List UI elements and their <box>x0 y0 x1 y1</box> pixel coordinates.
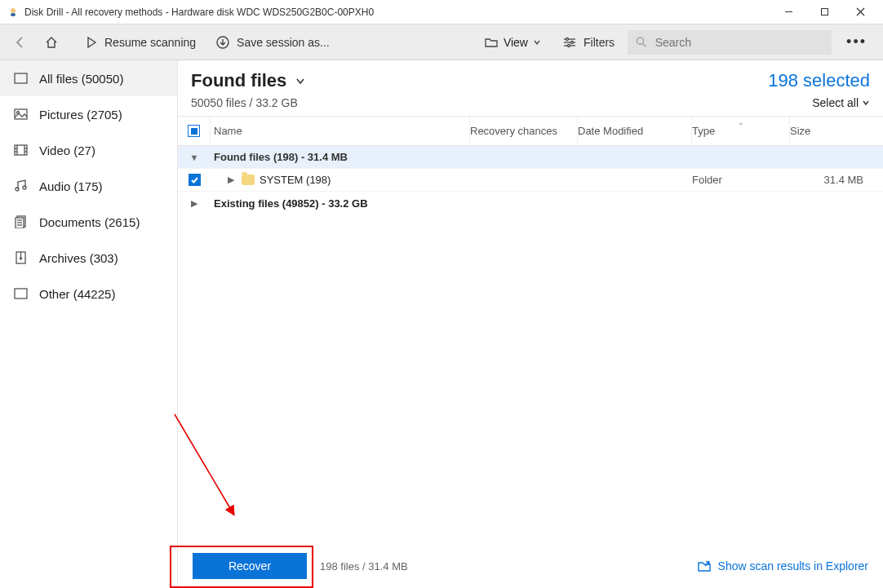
svg-point-11 <box>570 41 573 43</box>
search-box[interactable] <box>628 30 832 55</box>
show-in-explorer-link[interactable]: Show scan results in Explorer <box>697 559 868 573</box>
sidebar-item-documents[interactable]: Documents (2615) <box>0 204 177 240</box>
svg-point-12 <box>567 44 570 46</box>
annotation-arrow <box>173 413 246 527</box>
sidebar-item-label: Archives (303) <box>39 251 118 265</box>
sidebar-item-label: Video (27) <box>39 144 95 157</box>
app-icon <box>7 6 20 19</box>
search-icon <box>636 36 647 48</box>
svg-rect-1 <box>11 13 16 16</box>
open-external-icon <box>697 559 712 573</box>
folder-icon <box>484 36 499 49</box>
sidebar-item-other[interactable]: Other (44225) <box>0 276 177 312</box>
resume-scanning-button[interactable]: Resume scanning <box>77 31 204 54</box>
row-size: 31.4 MB <box>790 174 883 186</box>
column-name[interactable]: Name <box>211 117 470 145</box>
sidebar-item-video[interactable]: Video (27) <box>0 132 177 168</box>
svg-rect-18 <box>15 145 27 155</box>
home-button[interactable] <box>38 30 65 55</box>
other-icon <box>13 286 28 301</box>
window-controls <box>770 0 878 24</box>
all-files-icon <box>13 71 28 86</box>
svg-point-10 <box>566 38 568 40</box>
pictures-icon <box>13 107 28 122</box>
show-in-explorer-label: Show scan results in Explorer <box>718 559 868 573</box>
sidebar-item-label: Pictures (2705) <box>39 108 122 122</box>
search-input[interactable] <box>654 35 823 50</box>
sidebar-item-label: Audio (175) <box>39 179 103 193</box>
chevron-down-icon[interactable] <box>295 75 306 86</box>
svg-rect-35 <box>15 289 27 298</box>
close-button[interactable] <box>842 0 878 24</box>
svg-rect-15 <box>15 73 27 83</box>
header-checkbox[interactable] <box>178 117 211 145</box>
svg-line-14 <box>643 44 646 47</box>
row-type: Folder <box>692 174 790 186</box>
collapse-arrow-icon[interactable]: ▼ <box>189 153 200 162</box>
window-title: Disk Drill - All recovery methods - Hard… <box>24 7 374 18</box>
column-size[interactable]: Size <box>790 117 883 145</box>
page-subtitle: 50050 files / 33.2 GB <box>191 96 306 109</box>
download-icon <box>215 35 230 50</box>
more-menu-button[interactable]: ••• <box>836 29 876 55</box>
column-date[interactable]: Date Modified <box>578 117 692 145</box>
svg-point-26 <box>23 186 26 189</box>
filters-label: Filters <box>583 36 615 49</box>
column-recovery[interactable]: Recovery chances <box>470 117 578 145</box>
save-session-button[interactable]: Save session as... <box>207 30 338 55</box>
results-table: Name Recovery chances Date Modified ⌄Typ… <box>178 116 883 214</box>
table-header: Name Recovery chances Date Modified ⌄Typ… <box>178 117 883 146</box>
group-label: Found files (198) - 31.4 MB <box>214 151 348 163</box>
chevron-down-icon <box>533 38 541 46</box>
svg-line-36 <box>175 414 233 514</box>
expand-arrow-icon[interactable]: ▶ <box>189 198 200 209</box>
group-row-found-files[interactable]: ▼ Found files (198) - 31.4 MB <box>178 146 883 169</box>
toolbar: Resume scanning Save session as... View … <box>0 24 883 60</box>
folder-icon <box>242 175 255 185</box>
titlebar: Disk Drill - All recovery methods - Hard… <box>0 0 883 24</box>
audio-icon <box>13 179 28 193</box>
sort-indicator-icon: ⌄ <box>738 118 744 126</box>
filters-icon <box>562 36 577 49</box>
view-dropdown[interactable]: View <box>476 31 549 54</box>
table-row[interactable]: ▶ SYSTEM (198) Folder 31.4 MB <box>178 169 883 192</box>
footer-info: 198 files / 31.4 MB <box>320 560 408 573</box>
checkbox-partial-icon <box>188 125 200 137</box>
svg-point-25 <box>16 188 19 191</box>
svg-rect-3 <box>821 9 828 15</box>
footer: Recover 198 files / 31.4 MB Show scan re… <box>178 544 883 588</box>
back-button[interactable] <box>7 30 34 55</box>
sidebar-item-archives[interactable]: Archives (303) <box>0 240 177 276</box>
resume-scanning-label: Resume scanning <box>104 36 196 49</box>
sidebar: All files (50050) Pictures (2705) Video … <box>0 60 178 588</box>
page-title: Found files <box>191 70 286 91</box>
documents-icon <box>13 214 28 229</box>
sidebar-item-all-files[interactable]: All files (50050) <box>0 60 177 96</box>
view-label: View <box>504 36 528 49</box>
selected-count: 198 selected <box>768 70 870 91</box>
maximize-button[interactable] <box>806 0 842 24</box>
row-checkbox[interactable] <box>189 174 201 186</box>
chevron-down-icon <box>862 99 870 107</box>
expand-arrow-icon[interactable]: ▶ <box>225 175 237 185</box>
row-name: SYSTEM (198) <box>260 174 331 186</box>
sidebar-item-label: Documents (2615) <box>39 215 140 229</box>
recover-button[interactable]: Recover <box>193 553 307 579</box>
select-all-button[interactable]: Select all <box>812 96 870 109</box>
svg-point-34 <box>20 258 21 259</box>
sidebar-item-pictures[interactable]: Pictures (2705) <box>0 96 177 132</box>
play-icon <box>85 36 98 49</box>
save-session-label: Save session as... <box>237 36 330 49</box>
filters-button[interactable]: Filters <box>554 31 623 54</box>
content-area: Found files 50050 files / 33.2 GB 198 se… <box>178 60 883 588</box>
sidebar-item-label: All files (50050) <box>39 72 123 86</box>
minimize-button[interactable] <box>770 0 806 24</box>
archives-icon <box>13 250 28 265</box>
sidebar-item-label: Other (44225) <box>39 287 115 301</box>
group-row-existing-files[interactable]: ▶ Existing files (49852) - 33.2 GB <box>178 192 883 214</box>
video-icon <box>13 143 28 157</box>
column-type[interactable]: ⌄Type <box>692 117 790 145</box>
group-label: Existing files (49852) - 33.2 GB <box>214 197 368 210</box>
svg-point-13 <box>637 38 643 44</box>
sidebar-item-audio[interactable]: Audio (175) <box>0 168 177 204</box>
